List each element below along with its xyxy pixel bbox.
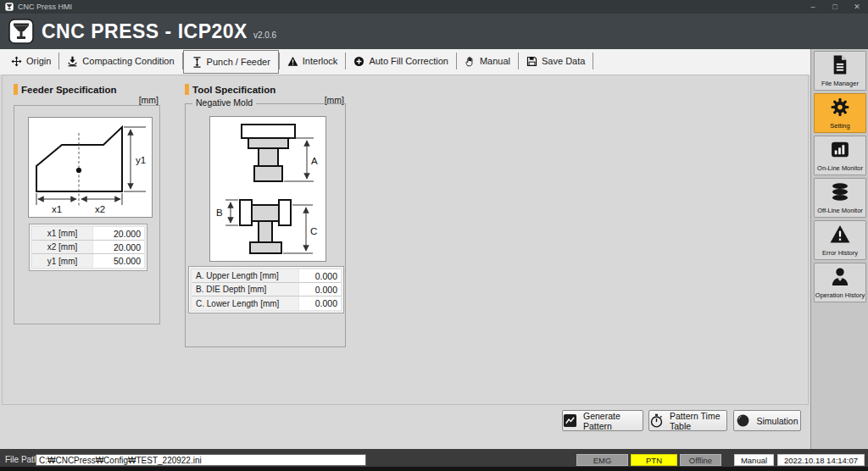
person-icon (830, 266, 851, 287)
tab-label: Save Data (542, 56, 585, 66)
dim-label-a: A (311, 156, 318, 166)
floppy-icon (526, 56, 537, 67)
press-logo-icon (8, 19, 34, 44)
row-label: x2 [mm] (32, 241, 92, 253)
pattern-time-table-button[interactable]: Pattern Time Table (648, 410, 727, 431)
button-label: Pattern Time Table (670, 411, 726, 431)
pattern-chart-icon (563, 413, 577, 428)
file-path-input[interactable] (36, 454, 366, 466)
minimize-button[interactable]: – (802, 0, 824, 14)
tab-punch-feeder[interactable]: Punch / Feeder (183, 50, 279, 74)
die-depth-field[interactable]: 0.000 (299, 283, 341, 296)
offline-status-badge: Offline (680, 454, 721, 466)
feeder-shape-drawing: y1 x1 x2 (29, 118, 152, 217)
sidebar-item-operation-history[interactable]: Operation History (814, 263, 866, 302)
warning-icon (287, 56, 298, 67)
maximize-button[interactable]: □ (824, 0, 846, 14)
accent-bar (185, 84, 189, 95)
mode-status-badge: Manual (734, 454, 774, 466)
row-label: A. Upper Length [mm] (192, 269, 298, 282)
tab-label: Origin (26, 56, 51, 66)
sidebar-item-label: File Manager (821, 80, 859, 87)
window-controls: – □ ✕ (802, 0, 868, 14)
warning-icon (830, 224, 851, 245)
dim-label-x1: x1 (52, 204, 62, 214)
vertical-adjust-icon (192, 57, 203, 68)
datetime-badge: 2022.10.18 14:14:07 (777, 454, 865, 466)
generate-pattern-button[interactable]: Generate Pattern (562, 410, 643, 431)
app-title: CNC PRESS - ICP20X (42, 20, 248, 43)
dim-label-y1: y1 (136, 155, 146, 165)
app-version: v2.0.6 (253, 30, 276, 40)
plus-circle-icon (353, 56, 364, 67)
tool-shape-drawing: A B C (210, 117, 326, 261)
statusbar-bottom-strip (0, 467, 868, 471)
feeder-unit-label: [mm] (118, 95, 159, 105)
database-icon (830, 181, 851, 202)
row-label: C. Lower Length [mm] (192, 296, 298, 310)
dim-label-b: B (216, 208, 223, 218)
tab-origin[interactable]: Origin (3, 51, 58, 71)
table-row: x2 [mm] 20.000 (32, 241, 144, 254)
button-label: Generate Pattern (583, 411, 643, 431)
dim-label-x2: x2 (95, 204, 105, 214)
lower-length-field[interactable]: 0.000 (299, 296, 341, 310)
tab-label: Punch / Feeder (207, 57, 270, 67)
tab-interlock[interactable]: Interlock (280, 51, 346, 71)
cnc-press-hmi-window: CNC Press HMI – □ ✕ CNC PRESS - ICP20X v… (0, 0, 868, 471)
accent-bar (14, 84, 18, 95)
y1-value-field[interactable]: 50.000 (93, 254, 144, 268)
right-sidebar: File Manager Setting O (810, 49, 868, 449)
tool-section-header: Tool Specification (185, 84, 275, 95)
compact-down-icon (67, 56, 78, 67)
dim-label-c: C (310, 226, 317, 236)
tab-label: Interlock (303, 56, 338, 66)
feeder-center-point (76, 168, 81, 173)
gear-icon (830, 97, 851, 118)
table-row: A. Upper Length [mm] 0.000 (192, 269, 341, 283)
sidebar-item-label: Error History (822, 249, 858, 257)
sidebar-item-label: Setting (830, 122, 849, 130)
table-row: C. Lower Length [mm] 0.000 (192, 296, 341, 310)
document-icon (830, 54, 851, 75)
feeder-diagram: y1 x1 x2 (28, 117, 153, 218)
close-button[interactable]: ✕ (846, 0, 868, 14)
tool-values-table: A. Upper Length [mm] 0.000 B. DIE Depth … (188, 266, 344, 313)
sidebar-item-label: On-Line Monitor (817, 164, 863, 172)
sidebar-item-label: Off-Line Monitor (817, 207, 863, 214)
tab-label: Compacting Condition (82, 56, 174, 66)
groupbox-legend: Negative Mold (192, 97, 256, 108)
tool-section-title: Tool Specification (192, 85, 275, 95)
table-row: B. DIE Depth [mm] 0.000 (192, 283, 341, 296)
sidebar-item-error-history[interactable]: Error History (814, 220, 866, 260)
hand-icon (465, 56, 476, 67)
sidebar-item-file-manager[interactable]: File Manager (814, 51, 866, 91)
sidebar-item-offline-monitor[interactable]: Off-Line Monitor (814, 178, 866, 218)
sidebar-item-online-monitor[interactable]: On-Line Monitor (814, 136, 866, 175)
upper-length-field[interactable]: 0.000 (299, 269, 341, 282)
x2-value-field[interactable]: 20.000 (93, 241, 144, 253)
table-row: x1 [mm] 20.000 (32, 227, 144, 241)
main-toolbar: Origin Compacting Condition Punch / Feed… (0, 49, 810, 75)
tab-save-data[interactable]: Save Data (519, 51, 593, 71)
tab-auto-fill-correction[interactable]: Auto Fill Correction (346, 51, 456, 71)
simulation-button[interactable]: Simulation (733, 410, 801, 431)
tab-manual[interactable]: Manual (457, 51, 518, 71)
button-label: Simulation (756, 416, 798, 426)
tab-label: Manual (480, 56, 510, 66)
row-label: x1 [mm] (32, 227, 92, 240)
emg-status-badge: EMG (576, 454, 628, 466)
window-titlebar: CNC Press HMI – □ ✕ (0, 0, 868, 14)
bar-chart-icon (830, 139, 851, 160)
sidebar-item-setting[interactable]: Setting (814, 93, 866, 133)
status-bar: File Path EMG PTN Offline Manual 2022.10… (0, 449, 868, 471)
file-path-label: File Path (5, 455, 38, 464)
stopwatch-icon (649, 413, 664, 428)
x1-value-field[interactable]: 20.000 (93, 227, 144, 240)
table-row: y1 [mm] 50.000 (32, 254, 144, 268)
row-label: y1 [mm] (32, 254, 92, 268)
tab-compacting-condition[interactable]: Compacting Condition (59, 51, 181, 71)
row-label: B. DIE Depth [mm] (192, 283, 298, 296)
app-header: CNC PRESS - ICP20X v2.0.6 (0, 14, 868, 49)
sidebar-item-label: Operation History (815, 291, 865, 299)
